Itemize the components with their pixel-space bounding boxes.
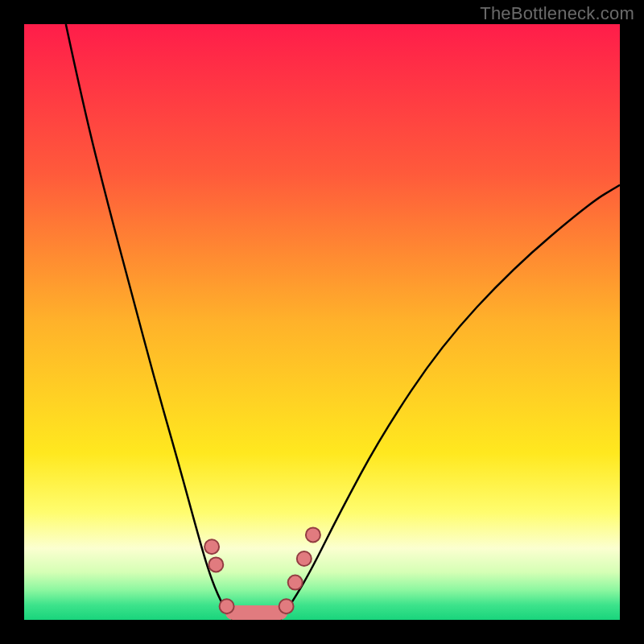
data-marker [208,557,223,572]
curve-left-branch [66,24,233,620]
watermark-text: TheBottleneck.com [480,3,634,24]
data-marker [279,599,294,613]
marker-group [204,527,320,613]
data-marker [204,539,219,554]
data-marker [288,576,303,590]
curve-layer [24,24,620,620]
data-marker [220,599,234,613]
plot-area [24,24,620,620]
curve-right-branch [280,185,620,620]
data-marker [297,551,312,566]
chart-frame: TheBottleneck.com [0,0,644,644]
data-marker [306,527,320,542]
